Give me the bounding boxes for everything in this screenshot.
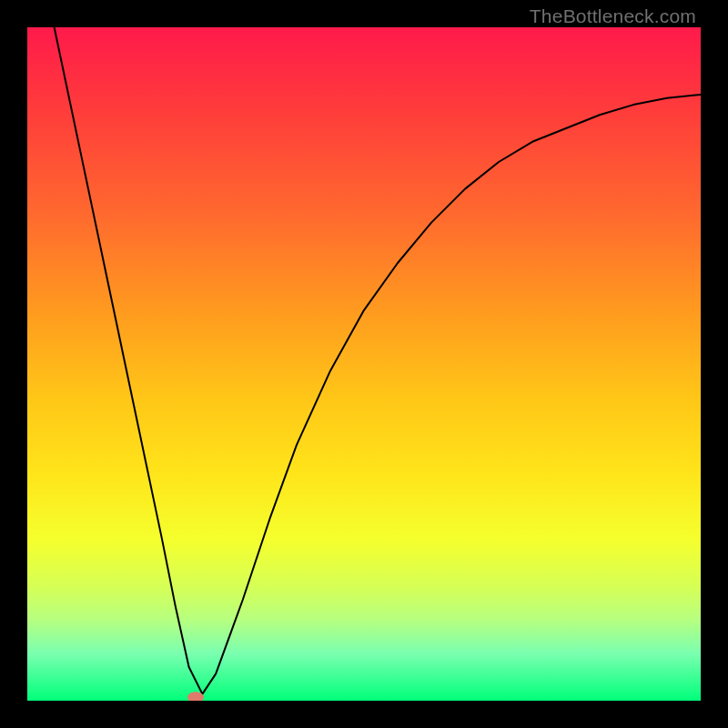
plot-area — [27, 27, 701, 701]
chart-frame: TheBottleneck.com — [0, 0, 728, 728]
watermark-text: TheBottleneck.com — [530, 5, 696, 27]
curve-line — [55, 27, 701, 694]
chart-svg — [27, 27, 701, 701]
